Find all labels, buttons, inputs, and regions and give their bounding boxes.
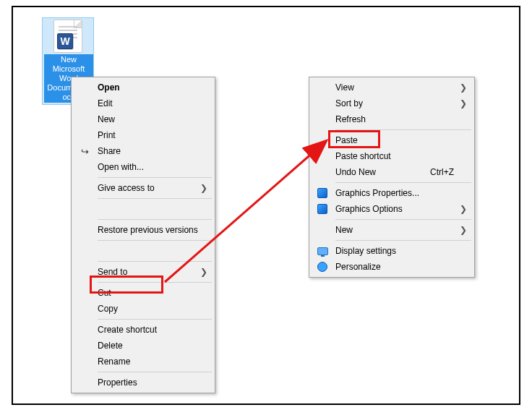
share-icon: ↪ [79,145,90,157]
menu-open[interactable]: Open [73,80,213,95]
menu-send-to[interactable]: Send to ❯ [73,264,213,280]
chevron-right-icon: ❯ [460,98,467,108]
menu-open-with[interactable]: Open with... [73,159,213,175]
menu-paste-shortcut[interactable]: Paste shortcut [311,148,473,164]
separator [98,372,212,372]
separator [98,319,212,320]
menu-sort-by[interactable]: Sort by ❯ [311,95,473,111]
separator [98,261,212,262]
menu-view[interactable]: View ❯ [311,80,473,95]
graphics-icon [317,187,328,199]
blank-row [73,201,213,217]
menu-delete[interactable]: Delete [73,338,213,354]
separator [335,129,471,130]
word-badge-icon: W [57,33,73,49]
chevron-right-icon: ❯ [460,204,467,214]
file-context-menu: Open Edit New Print ↪ Share Open with...… [71,77,215,393]
shortcut-label: Ctrl+Z [430,167,454,177]
separator [98,282,212,283]
desktop-context-menu: View ❯ Sort by ❯ Refresh Paste Paste sho… [309,77,475,278]
chevron-right-icon: ❯ [200,267,207,277]
menu-properties[interactable]: Properties [73,375,213,390]
menu-give-access[interactable]: Give access to ❯ [73,180,213,196]
menu-print[interactable]: Print [73,127,213,143]
chevron-right-icon: ❯ [460,225,467,235]
menu-new[interactable]: New ❯ [311,222,473,238]
blank-row [73,243,213,259]
menu-share[interactable]: ↪ Share [73,143,213,159]
monitor-icon [317,245,328,257]
menu-restore-versions[interactable]: Restore previous versions [73,222,213,238]
menu-refresh[interactable]: Refresh [311,111,473,127]
menu-display-settings[interactable]: Display settings [311,243,473,259]
menu-personalize[interactable]: Personalize [311,259,473,275]
menu-paste[interactable]: Paste [311,132,473,148]
menu-graphics-properties[interactable]: Graphics Properties... [311,185,473,201]
menu-undo-new[interactable]: Undo New Ctrl+Z [311,164,473,180]
separator [335,240,471,241]
separator [98,240,212,241]
menu-edit[interactable]: Edit [73,95,213,111]
graphics-icon [317,203,328,215]
menu-graphics-options[interactable]: Graphics Options ❯ [311,201,473,217]
menu-create-shortcut[interactable]: Create shortcut [73,322,213,338]
chevron-right-icon: ❯ [200,183,207,193]
separator [335,219,471,220]
separator [98,219,212,220]
menu-new[interactable]: New [73,111,213,127]
separator [335,182,471,183]
chevron-right-icon: ❯ [460,82,467,93]
menu-cut[interactable]: Cut [73,285,213,301]
menu-rename[interactable]: Rename [73,354,213,370]
personalize-icon [317,261,328,273]
word-document-icon: W [53,20,82,53]
separator [98,177,212,178]
separator [98,198,212,199]
menu-copy[interactable]: Copy [73,301,213,317]
